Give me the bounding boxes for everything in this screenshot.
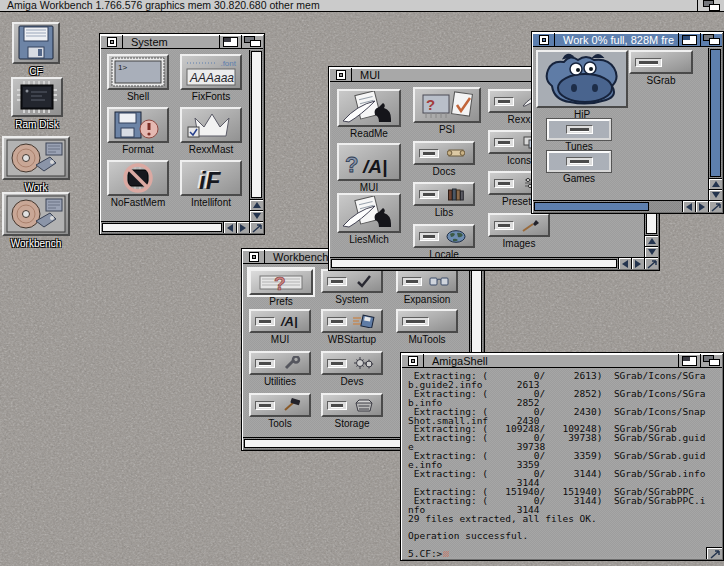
horizontal-scrollbar[interactable] [533,200,682,212]
icon-psi[interactable]: ? PSI [413,87,481,135]
work-titlebar[interactable]: Work 0% full, 828M fre [533,33,722,47]
icon-readme[interactable]: ReadMe [337,89,401,139]
amigashell-titlebar[interactable]: AmigaShell [402,354,722,368]
icon-tunes[interactable]: Tunes [547,119,611,152]
icon-intellifont[interactable]: iF iF Intellifont [180,160,242,208]
scroll-up-arrow[interactable] [249,199,263,210]
icon-system-drawer[interactable]: System [321,269,383,305]
icon-expansion[interactable]: Expansion [396,269,458,305]
icon-label: Workbench [11,238,61,249]
vertical-scrollbar[interactable] [249,50,263,199]
horizontal-scroll-thumb[interactable] [331,259,617,268]
icon-storage[interactable]: Storage [321,393,383,429]
icon-utilities[interactable]: Utilities [249,351,311,387]
scroll-down-arrow[interactable] [249,210,263,221]
desktop-icon-ram-disk[interactable]: Ram Disk [11,77,63,130]
left-arrow-icon [622,260,628,268]
scroll-down-arrow[interactable] [644,246,658,257]
icon-mui-drawer[interactable]: /A| MUI [249,309,311,345]
scroll-left-arrow[interactable] [223,221,236,233]
shell-console-area[interactable]: Extracting: ( 0/ 2613) SGrab/Icons/SGra … [404,369,720,557]
drawer-handle [327,317,347,326]
desktop-icon-cf[interactable]: CF [12,22,60,77]
screen-title: Amiga Workbench 1.766.576 graphics mem 3… [0,0,697,11]
depth-gadget[interactable] [700,354,722,367]
icon-rexxmast[interactable]: RexxMast [180,107,242,155]
screen-depth-gadget[interactable] [697,0,724,11]
icon-sgrab[interactable]: SGrab [629,50,693,86]
zoom-gadget[interactable] [678,33,700,46]
scroll-up-arrow[interactable] [708,178,722,189]
up-arrow-icon [712,181,720,187]
close-gadget[interactable] [101,35,123,48]
close-gadget[interactable] [402,354,424,367]
scroll-right-arrow[interactable] [695,200,708,212]
hammer-icon [279,398,305,412]
icon-nofastmem[interactable]: NoFastMem [107,160,169,208]
world-map-icon [443,230,469,243]
icon-libs[interactable]: Libs [413,182,475,218]
right-arrow-icon [635,260,641,268]
close-icon [539,35,549,45]
icon-liesmich[interactable]: LiesMich [337,193,401,245]
icon-tools[interactable]: Tools [249,393,311,429]
up-arrow-icon [648,238,656,244]
drawer-handle [255,317,275,326]
horizontal-scrollbar[interactable] [330,257,618,269]
depth-icon [244,36,261,47]
desktop-icon-workbench[interactable]: Workbench [2,192,70,249]
icon-format[interactable]: Format [107,107,169,155]
vertical-scroll-thumb[interactable] [710,49,721,177]
rexxmast-crown-icon [180,107,242,143]
icon-hip[interactable]: HiP [536,50,628,120]
drawer-handle [419,190,439,199]
floppy-disk-icon [12,22,60,64]
desktop-icon-work[interactable]: Work [2,136,70,193]
depth-gadget[interactable] [700,33,722,46]
window-title: AmigaShell [424,354,678,367]
scroll-right-arrow[interactable] [631,257,644,269]
icon-devs[interactable]: Devs [321,351,383,387]
icon-mutools[interactable]: MuTools [396,309,458,345]
icon-locale[interactable]: Locale [413,224,475,257]
close-gadget[interactable] [533,33,555,46]
system-titlebar[interactable]: System [101,35,263,49]
libs-drawer-icon [413,182,475,206]
icon-wbstartup[interactable]: WBStartup [321,309,383,345]
scroll-up-arrow[interactable] [644,235,658,246]
vertical-scrollbar[interactable] [708,48,722,178]
depth-gadget[interactable] [241,35,263,48]
horizontal-scroll-thumb[interactable] [534,202,649,211]
zoom-gadget[interactable] [219,35,241,48]
zoom-gadget[interactable] [678,354,700,367]
drawer-handle [327,401,347,410]
scroll-left-arrow[interactable] [682,200,695,212]
vertical-scroll-thumb[interactable] [251,51,262,198]
resize-gadget[interactable] [249,221,263,233]
icon-fixfonts[interactable]: .font AAAaaa FixFonts [180,54,242,102]
icon-shell[interactable]: 1> Shell [107,54,169,102]
close-gadget[interactable] [330,68,352,81]
resize-gadget[interactable] [708,200,722,212]
window-work: Work 0% full, 828M fre [531,31,724,214]
svg-text:?: ? [345,152,358,177]
scroll-right-arrow[interactable] [236,221,249,233]
horizontal-scrollbar[interactable] [101,221,223,233]
horizontal-scroll-thumb[interactable] [102,223,222,232]
icon-docs[interactable]: Docs [413,141,475,177]
scroll-down-arrow[interactable] [708,189,722,200]
scroll-left-arrow[interactable] [618,257,631,269]
hard-disk-icon [2,136,70,180]
left-arrow-icon [686,203,692,211]
icon-mui-app[interactable]: ? /A| MUI [337,143,401,193]
resize-gadget[interactable] [706,547,722,559]
drawer-handle [566,125,593,134]
svg-text:AAAaaa: AAAaaa [189,71,234,85]
icon-games[interactable]: Games [547,151,611,184]
svg-text:iF: iF [199,167,222,194]
images-drawer-icon [488,213,550,237]
close-gadget[interactable] [243,250,265,263]
resize-gadget[interactable] [644,257,658,269]
icon-images[interactable]: Images [488,213,550,249]
icon-prefs[interactable]: ? Prefs [249,269,313,307]
